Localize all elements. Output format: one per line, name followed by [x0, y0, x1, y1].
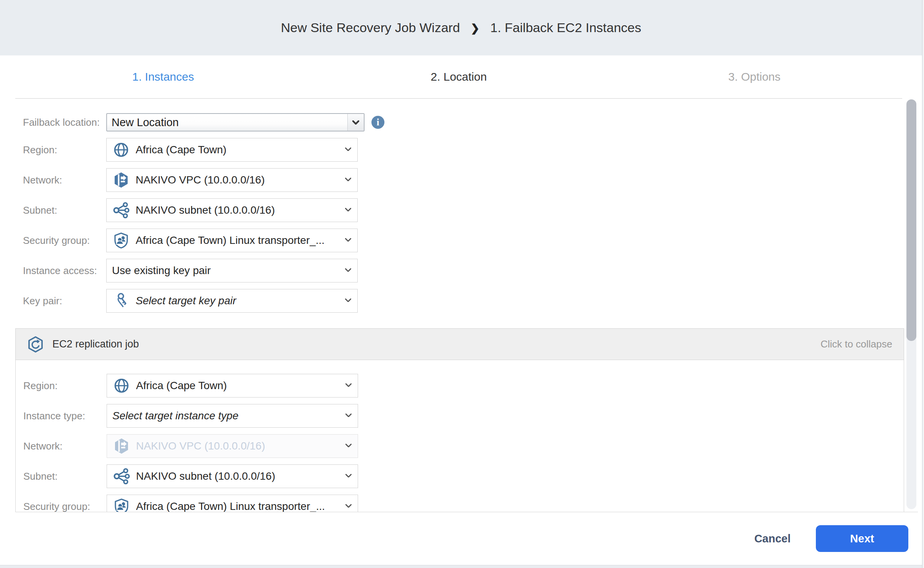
security-group-value: Africa (Cape Town) Linux transporter_...	[136, 234, 346, 247]
wizard-step-title: 1. Failback EC2 Instances	[490, 20, 641, 35]
job-security-group-dropdown[interactable]: Africa (Cape Town) Linux transporter_...	[107, 495, 358, 512]
vertical-scrollbar-track[interactable]	[906, 99, 916, 509]
subnet-value: NAKIVO subnet (10.0.0.0/16)	[136, 204, 296, 216]
instance-access-row: Instance access: Use existing key pair	[15, 259, 918, 282]
security-group-icon	[107, 498, 136, 512]
failback-location-section: Failback location: New Location i Region…	[15, 99, 918, 313]
subnet-icon	[107, 202, 136, 219]
subnet-dropdown[interactable]: NAKIVO subnet (10.0.0.0/16)	[106, 198, 358, 222]
subnet-label: Subnet:	[15, 204, 106, 216]
cancel-button[interactable]: Cancel	[747, 529, 798, 549]
chevron-down-icon	[345, 238, 351, 242]
subnet-row: Subnet: NAKIVO subnet (10.0.0.0/16)	[15, 198, 918, 222]
network-dropdown[interactable]: NAKIVO VPC (10.0.0.0/16)	[106, 168, 358, 192]
select-arrow-button[interactable]	[347, 114, 364, 131]
wizard-footer: Cancel Next	[0, 512, 922, 565]
chevron-down-icon	[345, 504, 352, 508]
wizard-tabs: 1. Instances 2. Location 3. Options	[15, 55, 902, 99]
tab-location[interactable]: 2. Location	[311, 55, 607, 98]
chevron-down-icon	[345, 208, 351, 211]
instance-type-label: Instance type:	[16, 410, 107, 422]
failback-location-value: New Location	[107, 116, 347, 129]
job-subnet-value: NAKIVO subnet (10.0.0.0/16)	[136, 470, 297, 482]
instance-access-value: Use existing key pair	[107, 265, 232, 277]
chevron-down-icon	[345, 444, 352, 447]
replication-icon	[27, 336, 44, 353]
job-network-value: NAKIVO VPC (10.0.0.0/16)	[136, 440, 287, 452]
ec2-replication-job-header[interactable]: EC2 replication job Click to collapse	[16, 329, 904, 360]
instance-access-label: Instance access:	[15, 265, 106, 277]
tab-instances[interactable]: 1. Instances	[15, 55, 311, 98]
job-subnet-dropdown[interactable]: NAKIVO subnet (10.0.0.0/16)	[107, 464, 358, 488]
subnet-icon	[107, 468, 136, 485]
failback-location-row: Failback location: New Location i	[15, 113, 918, 131]
instance-type-value: Select target instance type	[107, 410, 260, 422]
region-label: Region:	[15, 144, 106, 156]
job-subnet-label: Subnet:	[16, 471, 107, 482]
job-subnet-row: Subnet: NAKIVO subnet (10.0.0.0/16)	[16, 464, 904, 488]
site-recovery-wizard-window: New Site Recovery Job Wizard ❯ 1. Failba…	[0, 0, 922, 568]
vpc-icon	[107, 172, 136, 188]
vpc-icon	[107, 438, 136, 454]
instance-type-row: Instance type: Select target instance ty…	[16, 404, 904, 428]
panel-title: EC2 replication job	[52, 338, 139, 350]
next-button[interactable]: Next	[816, 525, 908, 552]
network-row: Network: NAKIVO VPC (10.0.0.0/16)	[15, 168, 918, 192]
key-icon	[107, 292, 136, 309]
region-dropdown[interactable]: Africa (Cape Town)	[106, 138, 358, 162]
tab-options: 3. Options	[606, 55, 902, 98]
key-pair-dropdown[interactable]: Select target key pair	[106, 289, 358, 313]
security-group-icon	[107, 232, 136, 249]
globe-icon	[107, 377, 136, 394]
job-region-row: Region: Africa (Cape Town)	[16, 374, 904, 398]
job-security-group-label: Security group:	[16, 501, 107, 513]
network-label: Network:	[15, 174, 106, 186]
job-network-dropdown: NAKIVO VPC (10.0.0.0/16)	[107, 434, 358, 458]
collapse-hint: Click to collapse	[820, 338, 892, 350]
job-region-dropdown[interactable]: Africa (Cape Town)	[107, 374, 358, 398]
job-security-group-row: Security group: Africa (Cape Town) Linux…	[16, 495, 904, 512]
globe-icon	[107, 141, 136, 158]
job-region-value: Africa (Cape Town)	[136, 380, 248, 392]
ec2-replication-job-body: Region: Africa (Cape Town) Instance type…	[16, 360, 904, 512]
wizard-scroll-area: Failback location: New Location i Region…	[15, 99, 918, 512]
chevron-down-icon	[345, 474, 352, 477]
key-pair-row: Key pair: Select target key pair	[15, 289, 918, 313]
chevron-down-icon	[345, 178, 351, 181]
network-value: NAKIVO VPC (10.0.0.0/16)	[136, 174, 286, 186]
job-network-row: Network: NAKIVO VPC (10.0.0.0/16)	[16, 434, 904, 458]
region-value: Africa (Cape Town)	[136, 144, 248, 156]
security-group-row: Security group: Africa (Cape Town) Linux…	[15, 229, 918, 252]
breadcrumb-arrow-icon: ❯	[471, 21, 480, 34]
security-group-label: Security group:	[15, 235, 106, 247]
chevron-down-icon	[345, 414, 352, 417]
key-pair-value: Select target key pair	[136, 295, 258, 307]
chevron-down-icon	[352, 120, 359, 125]
ec2-replication-job-panel: EC2 replication job Click to collapse Re…	[15, 328, 904, 512]
chevron-down-icon	[345, 299, 351, 302]
page-bottom-edge	[0, 565, 922, 568]
vertical-scrollbar-thumb[interactable]	[906, 99, 916, 341]
instance-access-dropdown[interactable]: Use existing key pair	[106, 259, 358, 282]
security-group-dropdown[interactable]: Africa (Cape Town) Linux transporter_...	[106, 229, 358, 252]
wizard-title: New Site Recovery Job Wizard	[281, 20, 460, 35]
instance-type-dropdown[interactable]: Select target instance type	[107, 404, 358, 428]
chevron-down-icon	[345, 383, 352, 387]
key-pair-label: Key pair:	[15, 295, 106, 307]
job-region-label: Region:	[16, 380, 107, 392]
failback-location-select[interactable]: New Location	[106, 113, 365, 131]
job-network-label: Network:	[16, 440, 107, 452]
chevron-down-icon	[345, 268, 351, 272]
info-icon[interactable]: i	[371, 116, 384, 129]
job-security-group-value: Africa (Cape Town) Linux transporter_...	[136, 500, 346, 512]
wizard-header: New Site Recovery Job Wizard ❯ 1. Failba…	[0, 0, 922, 55]
failback-location-label: Failback location:	[15, 117, 106, 128]
chevron-down-icon	[345, 148, 351, 151]
region-row: Region: Africa (Cape Town)	[15, 138, 918, 162]
